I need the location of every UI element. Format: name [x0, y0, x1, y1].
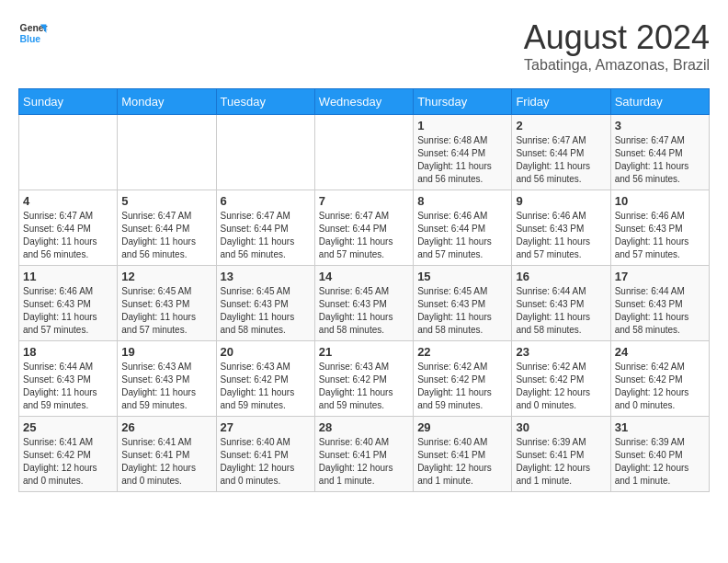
calendar-cell: 9Sunrise: 6:46 AM Sunset: 6:43 PM Daylig… — [512, 190, 610, 266]
calendar-cell: 22Sunrise: 6:42 AM Sunset: 6:42 PM Dayli… — [414, 341, 512, 417]
calendar-cell: 29Sunrise: 6:40 AM Sunset: 6:41 PM Dayli… — [414, 417, 512, 492]
svg-text:Blue: Blue — [20, 34, 41, 44]
calendar-cell: 3Sunrise: 6:47 AM Sunset: 6:44 PM Daylig… — [610, 115, 709, 190]
day-info: Sunrise: 6:40 AM Sunset: 6:41 PM Dayligh… — [221, 436, 311, 488]
day-info: Sunrise: 6:43 AM Sunset: 6:43 PM Dayligh… — [121, 361, 211, 412]
calendar-cell: 16Sunrise: 6:44 AM Sunset: 6:43 PM Dayli… — [512, 266, 610, 341]
day-number: 15 — [417, 270, 507, 283]
day-number: 24 — [615, 345, 705, 359]
calendar-cell: 25Sunrise: 6:41 AM Sunset: 6:42 PM Dayli… — [19, 417, 118, 492]
logo-icon: General Blue — [18, 18, 48, 48]
week-row-1: 1Sunrise: 6:48 AM Sunset: 6:44 PM Daylig… — [19, 115, 710, 190]
day-info: Sunrise: 6:46 AM Sunset: 6:44 PM Dayligh… — [417, 210, 507, 261]
calendar-cell: 5Sunrise: 6:47 AM Sunset: 6:44 PM Daylig… — [118, 190, 216, 266]
day-number: 27 — [221, 420, 311, 434]
day-number: 21 — [319, 345, 409, 359]
calendar-cell: 12Sunrise: 6:45 AM Sunset: 6:43 PM Dayli… — [118, 266, 216, 341]
day-info: Sunrise: 6:47 AM Sunset: 6:44 PM Dayligh… — [121, 210, 211, 261]
calendar-cell: 8Sunrise: 6:46 AM Sunset: 6:44 PM Daylig… — [414, 190, 512, 266]
calendar-cell — [19, 115, 118, 190]
calendar-cell: 27Sunrise: 6:40 AM Sunset: 6:41 PM Dayli… — [216, 417, 314, 492]
day-info: Sunrise: 6:47 AM Sunset: 6:44 PM Dayligh… — [615, 134, 705, 186]
day-number: 29 — [417, 420, 507, 434]
day-info: Sunrise: 6:47 AM Sunset: 6:44 PM Dayligh… — [516, 134, 606, 186]
day-number: 19 — [121, 345, 211, 359]
day-info: Sunrise: 6:44 AM Sunset: 6:43 PM Dayligh… — [615, 285, 705, 337]
calendar-subtitle: Tabatinga, Amazonas, Brazil — [524, 57, 710, 74]
calendar-body: 1Sunrise: 6:48 AM Sunset: 6:44 PM Daylig… — [19, 115, 710, 492]
calendar-cell — [118, 115, 216, 190]
day-number: 22 — [417, 345, 507, 359]
header-row: SundayMondayTuesdayWednesdayThursdayFrid… — [19, 89, 710, 115]
day-info: Sunrise: 6:46 AM Sunset: 6:43 PM Dayligh… — [516, 210, 606, 261]
day-number: 30 — [516, 420, 606, 434]
header-day-monday: Monday — [118, 89, 216, 115]
day-info: Sunrise: 6:45 AM Sunset: 6:43 PM Dayligh… — [221, 285, 311, 337]
day-number: 7 — [319, 194, 409, 208]
week-row-4: 18Sunrise: 6:44 AM Sunset: 6:43 PM Dayli… — [19, 341, 710, 417]
calendar-cell — [216, 115, 314, 190]
day-info: Sunrise: 6:42 AM Sunset: 6:42 PM Dayligh… — [417, 361, 507, 412]
calendar-header: SundayMondayTuesdayWednesdayThursdayFrid… — [19, 89, 710, 115]
day-number: 2 — [516, 119, 606, 132]
day-info: Sunrise: 6:47 AM Sunset: 6:44 PM Dayligh… — [319, 210, 409, 261]
day-number: 3 — [615, 119, 705, 132]
day-info: Sunrise: 6:40 AM Sunset: 6:41 PM Dayligh… — [319, 436, 409, 488]
calendar-cell: 1Sunrise: 6:48 AM Sunset: 6:44 PM Daylig… — [414, 115, 512, 190]
calendar-cell: 26Sunrise: 6:41 AM Sunset: 6:41 PM Dayli… — [118, 417, 216, 492]
day-number: 4 — [23, 194, 113, 208]
calendar-cell: 21Sunrise: 6:43 AM Sunset: 6:42 PM Dayli… — [314, 341, 413, 417]
header-day-sunday: Sunday — [19, 89, 118, 115]
day-number: 17 — [615, 270, 705, 283]
header-day-saturday: Saturday — [610, 89, 709, 115]
calendar-cell: 6Sunrise: 6:47 AM Sunset: 6:44 PM Daylig… — [216, 190, 314, 266]
day-info: Sunrise: 6:39 AM Sunset: 6:41 PM Dayligh… — [516, 436, 606, 488]
calendar-cell: 7Sunrise: 6:47 AM Sunset: 6:44 PM Daylig… — [314, 190, 413, 266]
day-number: 18 — [23, 345, 113, 359]
day-info: Sunrise: 6:43 AM Sunset: 6:42 PM Dayligh… — [319, 361, 409, 412]
page-header: General Blue August 2024 Tabatinga, Amaz… — [18, 18, 710, 74]
day-number: 13 — [221, 270, 311, 283]
day-info: Sunrise: 6:46 AM Sunset: 6:43 PM Dayligh… — [615, 210, 705, 261]
day-info: Sunrise: 6:44 AM Sunset: 6:43 PM Dayligh… — [23, 361, 113, 412]
calendar-cell: 15Sunrise: 6:45 AM Sunset: 6:43 PM Dayli… — [414, 266, 512, 341]
day-number: 28 — [319, 420, 409, 434]
day-number: 26 — [121, 420, 211, 434]
day-info: Sunrise: 6:42 AM Sunset: 6:42 PM Dayligh… — [516, 361, 606, 412]
day-number: 8 — [417, 194, 507, 208]
calendar-cell: 24Sunrise: 6:42 AM Sunset: 6:42 PM Dayli… — [610, 341, 709, 417]
day-info: Sunrise: 6:41 AM Sunset: 6:41 PM Dayligh… — [121, 436, 211, 488]
calendar-cell: 20Sunrise: 6:43 AM Sunset: 6:42 PM Dayli… — [216, 341, 314, 417]
day-info: Sunrise: 6:45 AM Sunset: 6:43 PM Dayligh… — [121, 285, 211, 337]
logo: General Blue — [18, 18, 48, 48]
day-info: Sunrise: 6:45 AM Sunset: 6:43 PM Dayligh… — [417, 285, 507, 337]
day-number: 9 — [516, 194, 606, 208]
day-number: 12 — [121, 270, 211, 283]
day-number: 14 — [319, 270, 409, 283]
day-info: Sunrise: 6:47 AM Sunset: 6:44 PM Dayligh… — [221, 210, 311, 261]
calendar-cell — [314, 115, 413, 190]
day-number: 10 — [615, 194, 705, 208]
day-info: Sunrise: 6:44 AM Sunset: 6:43 PM Dayligh… — [516, 285, 606, 337]
calendar-cell: 28Sunrise: 6:40 AM Sunset: 6:41 PM Dayli… — [314, 417, 413, 492]
day-number: 11 — [23, 270, 113, 283]
day-info: Sunrise: 6:43 AM Sunset: 6:42 PM Dayligh… — [221, 361, 311, 412]
calendar-cell: 18Sunrise: 6:44 AM Sunset: 6:43 PM Dayli… — [19, 341, 118, 417]
week-row-3: 11Sunrise: 6:46 AM Sunset: 6:43 PM Dayli… — [19, 266, 710, 341]
calendar-cell: 30Sunrise: 6:39 AM Sunset: 6:41 PM Dayli… — [512, 417, 610, 492]
day-info: Sunrise: 6:39 AM Sunset: 6:40 PM Dayligh… — [615, 436, 705, 488]
day-number: 16 — [516, 270, 606, 283]
day-number: 20 — [221, 345, 311, 359]
day-number: 6 — [221, 194, 311, 208]
calendar-cell: 17Sunrise: 6:44 AM Sunset: 6:43 PM Dayli… — [610, 266, 709, 341]
header-day-tuesday: Tuesday — [216, 89, 314, 115]
calendar-cell: 13Sunrise: 6:45 AM Sunset: 6:43 PM Dayli… — [216, 266, 314, 341]
header-day-thursday: Thursday — [414, 89, 512, 115]
day-number: 5 — [121, 194, 211, 208]
header-day-wednesday: Wednesday — [314, 89, 413, 115]
header-day-friday: Friday — [512, 89, 610, 115]
calendar-cell: 10Sunrise: 6:46 AM Sunset: 6:43 PM Dayli… — [610, 190, 709, 266]
calendar-cell: 4Sunrise: 6:47 AM Sunset: 6:44 PM Daylig… — [19, 190, 118, 266]
day-number: 23 — [516, 345, 606, 359]
day-number: 31 — [615, 420, 705, 434]
